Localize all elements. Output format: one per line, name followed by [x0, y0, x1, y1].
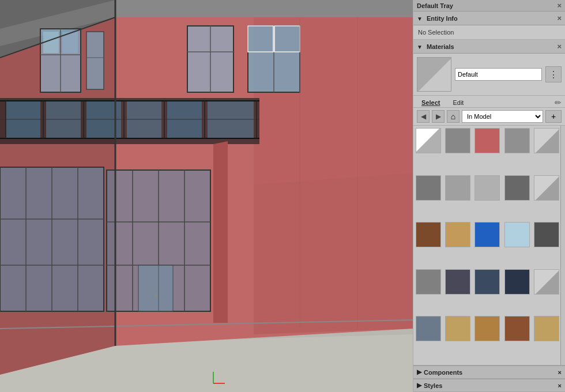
- material-swatch-6[interactable]: [416, 175, 441, 201]
- 3d-viewport[interactable]: [0, 0, 413, 392]
- materials-preview-row: ⋮: [413, 54, 565, 96]
- material-swatch-16[interactable]: [416, 269, 441, 295]
- svg-rect-61: [155, 294, 157, 297]
- materials-close[interactable]: ×: [557, 42, 562, 51]
- material-swatch-3[interactable]: Brick, Common: [474, 128, 500, 153]
- material-nav-row: ◀ ▶ ⌂ In Model Colors Brick and Cladding…: [413, 108, 565, 126]
- material-category-dropdown[interactable]: In Model Colors Brick and Cladding: [462, 110, 543, 123]
- material-swatch-10[interactable]: [534, 175, 559, 201]
- svg-marker-63: [213, 141, 228, 323]
- material-swatch-5[interactable]: [534, 128, 559, 153]
- entity-info-content: No Selection: [413, 25, 565, 39]
- material-swatch-15[interactable]: [534, 222, 559, 247]
- right-panel: Default Tray × ▼ Entity Info × No Select…: [413, 0, 565, 392]
- tray-header: Default Tray ×: [413, 0, 565, 12]
- styles-arrow: ▶: [417, 382, 421, 389]
- pencil-icon[interactable]: ✏: [555, 98, 562, 107]
- components-label: Components: [424, 369, 462, 376]
- styles-label: Styles: [424, 382, 442, 389]
- material-swatch-13[interactable]: [474, 222, 500, 247]
- nav-home-button[interactable]: ⌂: [447, 110, 459, 123]
- material-swatch-21[interactable]: [416, 316, 441, 341]
- components-arrow: ▶: [417, 368, 421, 376]
- material-name-input[interactable]: [455, 68, 542, 81]
- entity-info-header[interactable]: ▼ Entity Info ×: [413, 12, 565, 25]
- material-swatch-grid: Brick, Common: [413, 126, 565, 365]
- entity-info-arrow: ▼: [417, 16, 423, 22]
- tray-close-button[interactable]: ×: [557, 2, 562, 9]
- styles-section-header[interactable]: ▶ Styles ×: [413, 379, 565, 392]
- back-arrow-icon: ◀: [421, 112, 426, 120]
- material-swatch-1[interactable]: [416, 128, 441, 153]
- material-tabs: Select Edit ✏: [413, 96, 565, 108]
- create-icon: +: [551, 112, 556, 121]
- tab-select[interactable]: Select: [417, 98, 445, 107]
- styles-close[interactable]: ×: [558, 382, 562, 389]
- tab-edit[interactable]: Edit: [448, 98, 468, 107]
- entity-info-label: Entity Info: [427, 15, 458, 22]
- grid-scrollbar[interactable]: [560, 126, 565, 365]
- material-swatch-23[interactable]: [474, 316, 500, 341]
- material-swatch-18[interactable]: [474, 269, 500, 295]
- material-swatch-14[interactable]: [504, 222, 530, 247]
- material-swatch-22[interactable]: [445, 316, 470, 341]
- material-swatch-12[interactable]: [445, 222, 470, 247]
- components-section-header[interactable]: ▶ Components ×: [413, 365, 565, 379]
- material-swatch-19[interactable]: [504, 269, 530, 295]
- svg-rect-59: [138, 265, 173, 311]
- tray-title: Default Tray: [417, 2, 453, 9]
- entity-info-status: No Selection: [418, 29, 454, 36]
- material-preview-swatch: [417, 57, 451, 92]
- material-swatch-9[interactable]: [504, 175, 530, 201]
- nav-back-button[interactable]: ◀: [417, 110, 430, 123]
- materials-section: ▼ Materials × ⋮ Select Edit ✏ ◀ ▶: [413, 40, 565, 365]
- material-swatch-11[interactable]: [416, 222, 441, 247]
- materials-header[interactable]: ▼ Materials ×: [413, 40, 565, 54]
- materials-arrow: ▼: [417, 44, 423, 50]
- materials-label: Materials: [427, 43, 454, 50]
- svg-rect-30: [43, 32, 59, 53]
- svg-rect-32: [86, 32, 104, 89]
- material-swatch-7[interactable]: [445, 175, 470, 201]
- material-options-button[interactable]: ⋮: [545, 66, 562, 82]
- nav-forward-button[interactable]: ▶: [432, 110, 445, 123]
- forward-arrow-icon: ▶: [436, 112, 441, 120]
- options-icon: ⋮: [549, 69, 558, 80]
- material-swatch-4[interactable]: [504, 128, 530, 153]
- material-swatch-17[interactable]: [445, 269, 470, 295]
- create-material-button[interactable]: +: [545, 110, 562, 123]
- home-icon: ⌂: [451, 112, 455, 121]
- material-swatch-20[interactable]: [534, 269, 559, 295]
- entity-info-section: ▼ Entity Info × No Selection: [413, 12, 565, 40]
- material-swatch-24[interactable]: [504, 316, 530, 341]
- material-swatch-8[interactable]: [474, 175, 500, 201]
- svg-marker-7: [115, 0, 413, 17]
- components-close[interactable]: ×: [558, 369, 562, 376]
- entity-info-close[interactable]: ×: [557, 14, 562, 22]
- material-swatch-2[interactable]: [445, 128, 470, 153]
- svg-marker-6: [254, 173, 413, 334]
- material-swatch-25[interactable]: [534, 316, 559, 341]
